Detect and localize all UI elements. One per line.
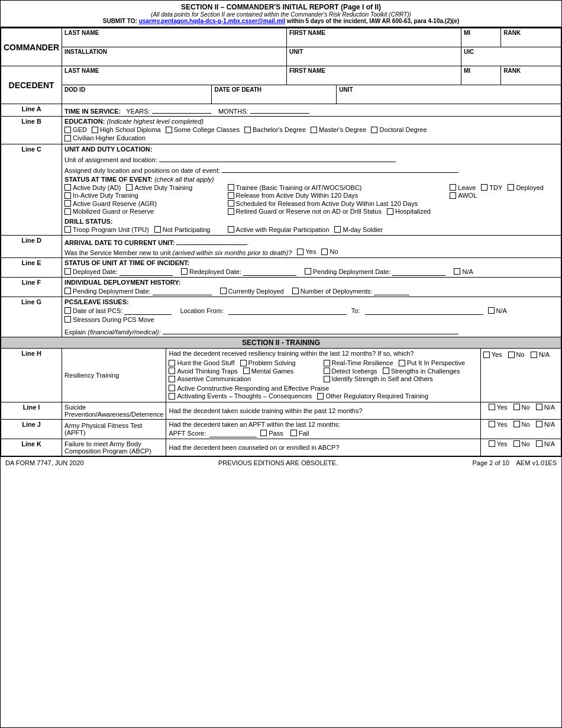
h-na-checkbox[interactable]: [531, 352, 537, 358]
trainee-checkbox[interactable]: [228, 184, 234, 191]
deployed-checkbox[interactable]: [508, 184, 514, 191]
location-from-field[interactable]: [228, 307, 347, 315]
civilian-he-checkbox[interactable]: [64, 135, 71, 141]
arrival-date-field[interactable]: [176, 237, 247, 245]
f-num-deploy-field[interactable]: [374, 287, 409, 295]
i-no-checkbox[interactable]: [513, 404, 520, 410]
activating-events-item: Activating Events – Thoughts – Consequen…: [169, 392, 312, 400]
installation-value[interactable]: [64, 55, 284, 65]
avoid-thinking-item: Avoid Thinking Traps: [169, 368, 237, 375]
years-field[interactable]: [152, 105, 211, 114]
mday-checkbox[interactable]: [334, 226, 341, 233]
f-pending-field[interactable]: [153, 287, 212, 295]
uic-value[interactable]: [464, 55, 558, 65]
new-member-no-checkbox[interactable]: [321, 249, 328, 255]
j-yes-checkbox[interactable]: [489, 421, 495, 427]
new-member-yes-checkbox[interactable]: [297, 249, 303, 255]
last-pcs-checkbox[interactable]: [64, 307, 71, 314]
active-constructive-checkbox[interactable]: [169, 385, 175, 391]
deployed-date-checkbox[interactable]: [64, 268, 71, 275]
redeployed-date-field[interactable]: [243, 268, 296, 276]
k-no-checkbox[interactable]: [513, 440, 520, 447]
hunt-good-checkbox[interactable]: [169, 360, 175, 366]
ged-checkbox[interactable]: [64, 127, 71, 133]
dec-last-name-value[interactable]: [64, 74, 284, 83]
commander-install-row: INSTALLATION UNIT UIC: [62, 47, 561, 66]
avoid-thinking-checkbox[interactable]: [169, 368, 175, 374]
leave-checkbox[interactable]: [450, 184, 456, 191]
dec-rank-value[interactable]: [503, 74, 558, 83]
doctoral-checkbox[interactable]: [371, 127, 377, 133]
k-na-checkbox[interactable]: [536, 440, 542, 447]
detect-icebergs-checkbox[interactable]: [324, 368, 330, 374]
f-pending-checkbox[interactable]: [64, 288, 71, 294]
dec-first-name-value[interactable]: [289, 74, 458, 83]
first-name-value[interactable]: [289, 36, 458, 46]
leave-label: Leave: [458, 184, 476, 191]
tdy-checkbox[interactable]: [481, 184, 487, 191]
last-name-value[interactable]: [64, 36, 284, 46]
to-field[interactable]: [365, 307, 483, 315]
apft-score-field[interactable]: [209, 429, 257, 437]
j-na-checkbox[interactable]: [536, 421, 542, 427]
k-yes-checkbox[interactable]: [489, 440, 495, 447]
tpu-checkbox[interactable]: [64, 226, 71, 233]
inactive-duty-checkbox[interactable]: [64, 192, 71, 199]
submit-email[interactable]: usarmy.pentagon.hqda-dcs-g-1.mbx.csser@m…: [139, 18, 285, 24]
j-no-checkbox[interactable]: [513, 421, 520, 427]
stressors-checkbox[interactable]: [64, 316, 71, 323]
active-duty-checkbox[interactable]: [64, 184, 71, 191]
hospitalized-label: Hospitalized: [395, 208, 431, 215]
unit-value[interactable]: [289, 55, 458, 65]
awol-checkbox[interactable]: [450, 192, 456, 199]
f-num-deploy-checkbox[interactable]: [292, 288, 299, 294]
unit-assignment-field[interactable]: [159, 154, 396, 162]
rank-value[interactable]: [503, 36, 558, 46]
active-regular-checkbox[interactable]: [228, 226, 234, 233]
j-fail-checkbox[interactable]: [290, 430, 297, 436]
i-na-checkbox[interactable]: [536, 404, 542, 410]
dod-id-value[interactable]: [64, 93, 209, 102]
explain-field[interactable]: [163, 326, 458, 334]
redeployed-date-checkbox[interactable]: [181, 268, 188, 275]
retired-guard-checkbox[interactable]: [228, 208, 234, 215]
hospitalized-checkbox[interactable]: [387, 208, 393, 215]
j-pass-checkbox[interactable]: [260, 430, 267, 436]
dec-mi-value[interactable]: [464, 74, 498, 83]
deployed-date-field[interactable]: [119, 268, 173, 276]
assigned-duty-field[interactable]: [222, 165, 458, 173]
identify-strength-checkbox[interactable]: [324, 376, 330, 382]
active-duty-training-checkbox[interactable]: [126, 184, 133, 191]
hs-diploma-checkbox[interactable]: [92, 127, 98, 133]
dec-unit-value[interactable]: [339, 93, 558, 102]
realtime-resilience-checkbox[interactable]: [324, 360, 330, 366]
release-120-checkbox[interactable]: [228, 192, 234, 199]
date-of-death-value[interactable]: [214, 93, 334, 102]
i-yes-checkbox[interactable]: [489, 404, 495, 410]
mobilized-guard-checkbox[interactable]: [64, 208, 71, 215]
mi-value[interactable]: [464, 36, 498, 46]
f-currently-checkbox[interactable]: [220, 288, 227, 294]
agr-checkbox[interactable]: [64, 200, 71, 207]
problem-solving-checkbox[interactable]: [240, 360, 247, 366]
not-participating-checkbox[interactable]: [154, 226, 161, 233]
pending-deploy-date-checkbox[interactable]: [305, 268, 311, 275]
strengths-checkbox[interactable]: [383, 368, 389, 374]
other-regulatory-checkbox[interactable]: [317, 393, 324, 400]
g-na-checkbox[interactable]: [488, 307, 495, 314]
h-no-checkbox[interactable]: [508, 352, 515, 358]
masters-checkbox[interactable]: [311, 127, 317, 133]
bachelors-checkbox[interactable]: [244, 127, 251, 133]
activating-events-checkbox[interactable]: [169, 393, 175, 400]
some-college-checkbox[interactable]: [166, 127, 172, 133]
last-pcs-field[interactable]: [124, 307, 172, 315]
mental-games-checkbox[interactable]: [243, 368, 250, 374]
months-field[interactable]: [250, 105, 309, 114]
put-perspective-checkbox[interactable]: [399, 360, 405, 366]
new-member-yes-item: Yes: [297, 248, 316, 255]
assertive-comm-checkbox[interactable]: [169, 376, 175, 382]
e-na-checkbox[interactable]: [454, 268, 460, 275]
pending-deploy-date-field[interactable]: [392, 268, 445, 276]
h-yes-checkbox[interactable]: [483, 352, 490, 358]
scheduled-release-checkbox[interactable]: [228, 200, 234, 207]
